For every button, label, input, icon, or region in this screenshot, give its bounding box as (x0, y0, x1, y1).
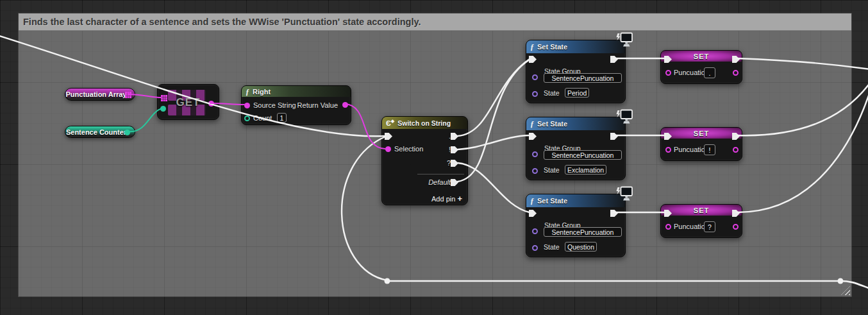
state-group-pin[interactable] (532, 228, 538, 234)
selection-label: Selection (394, 145, 423, 153)
count-label: Count (253, 114, 272, 122)
state-group-value-box[interactable]: SentencePuncuation (544, 227, 622, 237)
set-node-title: SET (694, 207, 709, 214)
return-value-pin[interactable] (342, 102, 348, 108)
state-value-box[interactable]: Exclamation (565, 165, 606, 175)
set-node-title: SET (694, 53, 709, 60)
set-node-header[interactable]: SET (661, 128, 742, 139)
function-icon: ƒ (530, 197, 534, 205)
puncuation-value-box[interactable]: ! (704, 144, 715, 155)
source-string-label: Source String (253, 101, 296, 109)
state-pin[interactable] (532, 91, 538, 97)
switch-node-title: Switch on String (397, 119, 451, 127)
target-device-icon (615, 32, 633, 49)
set-node-header[interactable]: SET (661, 205, 742, 216)
set-node-question[interactable]: SET Puncuation ? (660, 204, 742, 238)
state-value-box[interactable]: Period (565, 88, 589, 98)
exec-output-pin[interactable] (610, 133, 618, 140)
array-input-pin[interactable] (161, 95, 163, 97)
puncuation-input-pin[interactable] (665, 147, 671, 153)
puncuation-output-pin[interactable] (733, 224, 739, 230)
comment-title: Finds the last character of a sentence a… (23, 17, 421, 27)
state-pin[interactable] (532, 168, 538, 174)
puncuation-value-box[interactable]: . (704, 67, 715, 78)
exec-input-pin[interactable] (529, 133, 537, 140)
state-group-value-box[interactable]: SentencePuncuation (544, 150, 622, 160)
state-group-value-box[interactable]: SentencePuncuation (544, 73, 622, 83)
count-value-box[interactable]: 1 (277, 113, 287, 123)
count-pin[interactable] (244, 115, 250, 121)
puncuation-input-pin[interactable] (665, 224, 671, 230)
set-state-title: Set State (537, 120, 567, 128)
target-device-icon (615, 109, 633, 126)
exec-input-pin[interactable] (529, 56, 537, 63)
set-state-header[interactable]: ƒ Set State (526, 40, 625, 53)
puncuation-output-pin[interactable] (733, 70, 739, 76)
selection-pin[interactable] (385, 146, 391, 152)
state-value-box[interactable]: Question (565, 242, 597, 251)
set-state-header[interactable]: ƒ Set State (526, 194, 625, 207)
function-icon: ƒ (530, 120, 534, 128)
set-state-title: Set State (537, 197, 567, 205)
get-node[interactable]: GET (157, 84, 219, 120)
right-node-header[interactable]: ƒ Right (242, 86, 351, 97)
state-label: State (544, 243, 560, 251)
puncuation-input-pin[interactable] (665, 70, 671, 76)
case-exclamation-pin[interactable] (451, 146, 458, 153)
state-group-pin[interactable] (532, 74, 538, 80)
switch-node-header[interactable]: Є◆ Switch on String (382, 117, 467, 129)
default-pin[interactable] (451, 179, 458, 186)
set-state-node-question[interactable]: ƒ Set State State Group SentencePuncuati… (526, 194, 626, 257)
set-state-header[interactable]: ƒ Set State (526, 117, 625, 130)
set-node-header[interactable]: SET (661, 51, 742, 62)
state-label: State (544, 166, 560, 174)
state-group-pin[interactable] (532, 151, 538, 157)
puncuation-output-pin[interactable] (733, 147, 739, 153)
puncuation-value-box[interactable]: ? (704, 221, 715, 232)
case-period-pin[interactable] (451, 133, 458, 140)
source-string-pin[interactable] (244, 103, 250, 108)
blueprint-graph-canvas[interactable]: Finds the last character of a sentence a… (0, 0, 868, 315)
state-pin[interactable] (532, 245, 538, 251)
right-node-title: Right (253, 88, 271, 96)
array-pin[interactable] (125, 92, 127, 94)
state-label: State (544, 89, 560, 97)
set-node-exclamation[interactable]: SET Puncuation ! (660, 127, 742, 161)
index-input-pin[interactable] (160, 106, 166, 112)
plus-icon: + (457, 194, 462, 203)
target-device-icon (615, 186, 633, 203)
add-pin-button[interactable]: Add pin + (431, 194, 462, 203)
element-output-pin[interactable] (208, 101, 214, 106)
right-node[interactable]: ƒ Right Source String Count 1 Return Val… (241, 85, 351, 125)
switch-icon: Є◆ (386, 119, 394, 127)
variable-node-sentence-counter[interactable]: Sentence Counter (65, 126, 135, 138)
case-exclamation-label: ! (449, 146, 451, 153)
set-state-node-period[interactable]: ƒ Set State State Group SentencePuncuati… (526, 40, 626, 103)
exec-input-pin[interactable] (385, 133, 392, 140)
set-state-title: Set State (537, 43, 567, 51)
function-icon: ƒ (246, 88, 249, 96)
set-node-period[interactable]: SET Puncuation . (660, 50, 742, 84)
default-label: Default (428, 178, 451, 186)
pin-separator (417, 174, 464, 175)
case-question-pin[interactable] (451, 160, 458, 167)
int-output-pin[interactable] (124, 130, 130, 135)
exec-output-pin[interactable] (610, 210, 618, 217)
exec-input-pin[interactable] (529, 210, 537, 217)
return-value-label: Return Value (297, 101, 338, 109)
function-icon: ƒ (530, 43, 534, 51)
case-period-label: . (449, 132, 451, 140)
set-node-title: SET (694, 130, 709, 137)
variable-label: Punctuation Array (66, 90, 135, 98)
case-question-label: ? (447, 159, 451, 167)
comment-resize-handle[interactable] (841, 286, 850, 295)
switch-on-string-node[interactable]: Є◆ Switch on String Selection . ! ? Defa… (381, 116, 468, 205)
comment-title-bar[interactable]: Finds the last character of a sentence a… (19, 13, 851, 31)
set-state-node-exclamation[interactable]: ƒ Set State State Group SentencePuncuati… (526, 117, 626, 180)
variable-node-punctuation-array[interactable]: Punctuation Array (65, 88, 135, 101)
exec-output-pin[interactable] (610, 56, 618, 63)
